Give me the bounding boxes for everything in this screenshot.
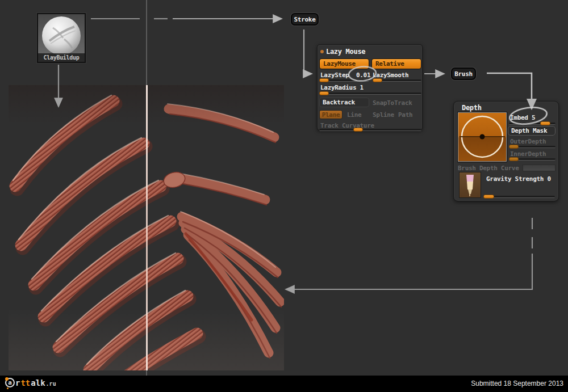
- logo-circle-a-icon: a: [5, 378, 15, 387]
- lazy-mouse-panel: Lazy Mouse LazyMouse Relative LazyStep 0…: [317, 44, 423, 130]
- stroke-mode-line-button[interactable]: Line: [347, 111, 361, 119]
- stroke-mode-spline-button[interactable]: Spline: [373, 111, 394, 119]
- lazystep-slider[interactable]: [319, 79, 369, 82]
- lazystep-slider-knob[interactable]: [319, 78, 329, 82]
- lazy-mouse-panel-title: Lazy Mouse: [326, 48, 365, 56]
- brush-pill-label: Brush: [454, 70, 473, 78]
- submitted-date-text: Submitted 18 September 2013: [471, 380, 563, 387]
- outer-depth-slider-knob[interactable]: [509, 145, 519, 149]
- plane-button-label: Plane: [322, 111, 340, 119]
- arttalk-logo[interactable]: a r tt alk .ru: [5, 378, 56, 387]
- imbed-slider-label: Imbed 5: [510, 114, 535, 121]
- panel-header-dot-icon: [320, 50, 324, 53]
- brush-depth-curve-label: Brush Depth Curve: [458, 165, 519, 172]
- logo-orange-dot-icon: [5, 377, 9, 381]
- lazystep-slider-label: LazyStep 0.01: [320, 71, 370, 79]
- lazyradius-slider-knob[interactable]: [319, 91, 329, 95]
- depth-mask-button-label: Depth Mask: [511, 127, 547, 134]
- arrow-depth-to-canvas: [286, 254, 532, 289]
- lazymouse-button-label: LazyMouse: [323, 60, 356, 68]
- logo-letter-r: r: [15, 378, 20, 387]
- gravity-direction-thumbnail[interactable]: [459, 172, 481, 198]
- depth-panel: Depth Imbed 5 Depth Mask OuterDepth Inne…: [453, 101, 559, 201]
- canvas-highlight-line: [146, 85, 148, 370]
- depth-panel-title: Depth: [462, 104, 482, 112]
- footer-bar: a r tt alk .ru Submitted 18 September 20…: [0, 376, 568, 392]
- lazystep-value: 0.01: [356, 71, 370, 79]
- brush-depth-curve-widget[interactable]: [523, 165, 556, 171]
- lazymouse-toggle-button[interactable]: LazyMouse: [319, 58, 369, 69]
- backtrack-button-label: Backtrack: [323, 99, 355, 106]
- stroke-pill-label: Stroke: [294, 16, 316, 23]
- backtrack-button[interactable]: Backtrack: [319, 98, 369, 107]
- zbrush-tutorial-screenshot: ClayBuildup Stroke Brush Lazy Mouse Lazy…: [0, 0, 568, 392]
- logo-letter-a: a: [8, 379, 12, 386]
- gravity-strength-slider[interactable]: [483, 196, 555, 198]
- gravity-strength-label: Gravity Strength 0: [486, 175, 551, 183]
- gravity-brush-icon: [460, 172, 481, 197]
- relative-button-label: Relative: [375, 60, 404, 68]
- track-curvature-slider[interactable]: [319, 129, 421, 131]
- logo-domain-suffix: .ru: [46, 381, 56, 387]
- track-curvature-slider-knob[interactable]: [353, 128, 363, 132]
- lazysmooth-slider[interactable]: [373, 79, 421, 82]
- depth-mask-button[interactable]: Depth Mask: [508, 126, 556, 136]
- outer-depth-slider[interactable]: [509, 146, 556, 148]
- lazyradius-slider-label: LazyRadius 1: [320, 84, 364, 91]
- stroke-menu-pill[interactable]: Stroke: [291, 13, 319, 26]
- claybuildup-brush-thumbnail[interactable]: ClayBuildup: [37, 13, 86, 63]
- brush-thumbnail-label: ClayBuildup: [38, 53, 85, 62]
- logo-orange-dot-small-icon: [7, 387, 9, 389]
- snaptotrack-button[interactable]: SnapToTrack: [373, 99, 412, 107]
- depth-circle-icon: [458, 113, 506, 161]
- gravity-strength-slider-knob[interactable]: [483, 195, 494, 199]
- imbed-slider-knob[interactable]: [540, 121, 550, 125]
- lazyradius-slider[interactable]: [319, 92, 421, 95]
- logo-letters-alk: alk: [31, 378, 45, 387]
- lazysmooth-slider-knob[interactable]: [373, 78, 382, 82]
- depth-preview-thumbnail[interactable]: [458, 112, 507, 162]
- inner-depth-slider[interactable]: [509, 158, 556, 161]
- brush-menu-pill[interactable]: Brush: [451, 68, 476, 80]
- relative-toggle-button[interactable]: Relative: [371, 58, 421, 69]
- stroke-mode-plane-button[interactable]: Plane: [319, 110, 343, 119]
- inner-depth-slider-knob[interactable]: [509, 157, 519, 161]
- sculpt-canvas[interactable]: [9, 85, 284, 370]
- imbed-slider[interactable]: [509, 123, 556, 125]
- logo-letters-tt: tt: [20, 378, 30, 387]
- arrow-stroke-to-lazystep: [304, 29, 312, 74]
- stroke-mode-path-button[interactable]: Path: [398, 111, 412, 119]
